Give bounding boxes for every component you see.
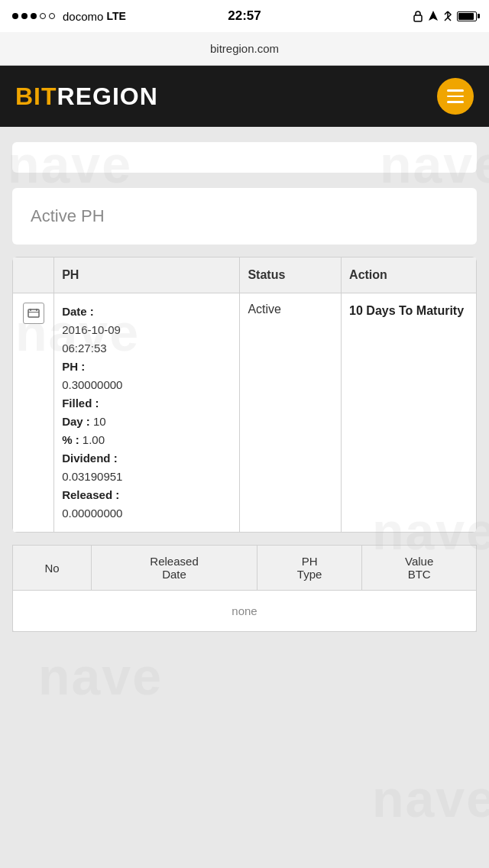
bluetooth-icon: [443, 10, 452, 22]
row-action-cell: 10 Days To Maturity: [342, 293, 477, 533]
app-header: BIT REGION: [0, 66, 489, 127]
row-expand-cell: [13, 293, 54, 533]
time-value: 06:27:53: [62, 342, 106, 355]
ph-released-value: 0.00000000: [62, 504, 232, 523]
percent-label: % :: [62, 433, 79, 446]
active-ph-card: Active PH: [12, 188, 477, 245]
sub-th-no: No: [13, 546, 92, 591]
status-right: [413, 10, 477, 22]
date-value: 2016-10-09: [62, 323, 121, 336]
time-display: 22:57: [228, 8, 261, 24]
sub-table-row: none: [13, 591, 477, 632]
url-display: bitregion.com: [210, 42, 279, 55]
sub-th-value-btc: ValueBTC: [362, 546, 477, 591]
content-area: nave nave nave nave nave nave Active PH …: [0, 127, 489, 647]
battery-icon: [457, 11, 477, 21]
th-status: Status: [240, 257, 342, 293]
svg-rect-2: [28, 309, 39, 317]
ph-percent-row: % : 1.00: [62, 431, 232, 449]
hamburger-icon: [447, 89, 464, 103]
navigation-icon: [428, 10, 439, 22]
dividend-value: 0.03190951: [62, 470, 122, 483]
status-bar: docomo LTE 22:57: [0, 0, 489, 32]
sub-table-wrapper: No ReleasedDate PHType ValueBTC none: [12, 545, 477, 632]
released-value: 0.00000000: [62, 507, 122, 520]
sub-th-released-date: ReleasedDate: [92, 546, 257, 591]
watermark-5: nave: [38, 646, 163, 706]
percent-value: 1.00: [83, 433, 105, 446]
ph-filled-row: Filled :: [62, 394, 232, 413]
filled-label: Filled :: [62, 397, 99, 410]
status-label: Active: [248, 303, 281, 316]
th-icon: [13, 257, 54, 293]
sub-table-none: none: [13, 591, 477, 632]
signal-dot-1: [12, 13, 18, 19]
ph-released-row: Released :: [62, 486, 232, 504]
svg-marker-1: [429, 11, 438, 21]
sub-th-ph-type: PHType: [257, 546, 361, 591]
ph-ph-value: 0.30000000: [62, 376, 232, 394]
table-header-row: PH Status Action: [13, 257, 477, 293]
signal-dot-3: [31, 13, 37, 19]
row-status-cell: Active: [240, 293, 342, 533]
battery-fill: [458, 13, 474, 20]
browser-bar: bitregion.com: [0, 32, 489, 66]
day-value: 10: [93, 415, 106, 428]
signal-dot-4: [40, 13, 46, 19]
sub-table: No ReleasedDate PHType ValueBTC none: [12, 545, 477, 632]
svg-rect-0: [414, 15, 422, 21]
ph-value: 0.30000000: [62, 378, 122, 391]
logo-region: REGION: [57, 83, 158, 111]
ph-date-value: 2016-10-09: [62, 321, 232, 339]
date-label: Date :: [62, 305, 94, 318]
signal-dot-2: [21, 13, 28, 19]
ph-ph-row: PH :: [62, 358, 232, 376]
carrier-label: docomo: [63, 10, 103, 23]
ph-label: PH :: [62, 360, 85, 373]
sub-table-header-row: No ReleasedDate PHType ValueBTC: [13, 546, 477, 591]
signal-dot-5: [49, 13, 55, 19]
ph-dividend-row: Dividend :: [62, 449, 232, 468]
calendar-icon: [28, 309, 40, 318]
action-text: 10 Days To Maturity: [349, 303, 468, 319]
row-ph-cell: Date : 2016-10-09 06:27:53 PH :: [54, 293, 240, 533]
released-label: Released :: [62, 488, 119, 501]
th-ph: PH: [54, 257, 240, 293]
ph-detail: Date : 2016-10-09 06:27:53 PH :: [62, 303, 232, 523]
network-label: LTE: [106, 10, 125, 22]
watermark-6: nave: [372, 769, 489, 828]
ph-date-row: Date :: [62, 303, 232, 321]
main-table-wrapper: PH Status Action: [12, 257, 477, 533]
logo: BIT REGION: [15, 83, 158, 111]
section-title: Active PH: [31, 206, 105, 225]
th-action: Action: [342, 257, 477, 293]
menu-button[interactable]: [437, 78, 474, 115]
main-table: PH Status Action: [12, 257, 477, 533]
day-label: Day :: [62, 415, 90, 428]
expand-icon[interactable]: [23, 303, 44, 324]
ph-time-value: 06:27:53: [62, 339, 232, 358]
logo-bit: BIT: [15, 83, 57, 111]
status-left: docomo LTE: [12, 10, 126, 23]
ph-day-row: Day : 10: [62, 413, 232, 431]
top-card: [12, 142, 477, 173]
table-row: Date : 2016-10-09 06:27:53 PH :: [13, 293, 477, 533]
ph-dividend-value: 0.03190951: [62, 468, 232, 486]
lock-icon: [413, 10, 423, 22]
dividend-label: Dividend :: [62, 452, 118, 465]
